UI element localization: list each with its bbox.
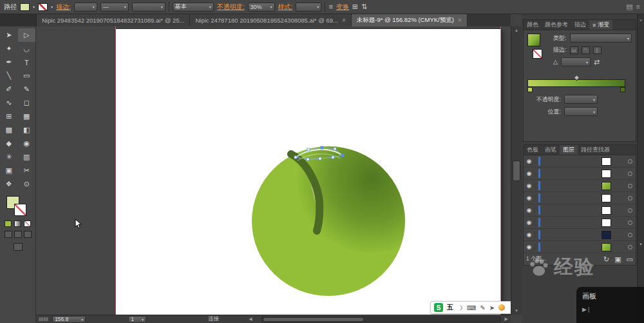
scroll-up-icon[interactable]: ▴ [511,28,522,33]
draw-behind-button[interactable] [14,231,22,238]
workspace-icon[interactable]: ▤ [626,3,632,10]
layer-thumbnail[interactable] [601,170,611,178]
stroke-link[interactable]: 描边: [56,3,71,12]
style-dropdown[interactable]: ▾ [296,3,321,12]
pointer-icon[interactable]: ➤ [489,304,495,311]
document-tab-3-active[interactable]: 未标题-9* @ 156.82% (CMYK/预览) × [352,14,468,26]
visibility-toggle[interactable]: ◉ [524,244,535,250]
target-circle-icon[interactable] [628,208,632,213]
eyedropper-tool[interactable]: ◆ [0,137,18,150]
tab-brushes[interactable]: 画笔 [542,145,560,155]
tab-color-guide[interactable]: 颜色参考 [542,20,571,30]
tab-pathfinder[interactable]: 路径查找器 [578,145,613,155]
align-icon[interactable]: ≡ [328,3,332,10]
toolbox-stroke-swatch[interactable] [14,204,26,216]
tab-swatches[interactable]: 色板 [524,145,542,155]
panel-menu-icon[interactable]: ≡ [636,3,640,10]
scroll-right-icon[interactable]: ▶ [505,317,508,322]
stroke-color-swatch[interactable] [38,3,48,11]
stroke-within-button[interactable]: ▭ [570,46,578,54]
type-tool[interactable]: T [18,55,36,69]
target-circle-icon[interactable] [628,184,632,188]
visibility-toggle[interactable]: ◉ [524,170,535,177]
target-circle-icon[interactable] [628,171,632,176]
gradient-stroke-swatch[interactable] [533,49,542,59]
stroke-along-button[interactable]: ◠ [582,46,590,54]
magic-wand-tool[interactable]: ✦ [0,42,18,55]
angle-dropdown[interactable]: ▾ [561,57,591,66]
stop-location-dropdown[interactable]: ▾ [564,107,598,116]
moon-icon[interactable]: ☽ [457,304,463,311]
none-button[interactable] [24,220,31,227]
symbol-sprayer-tool[interactable]: ✳ [0,150,18,164]
target-circle-icon[interactable] [628,196,632,201]
pen-icon[interactable]: ✎ [480,304,485,311]
close-tab-icon[interactable]: × [342,17,346,24]
visibility-toggle[interactable]: ◉ [524,219,535,226]
layer-thumbnail[interactable] [601,194,611,202]
layer-row[interactable]: ◉ [524,204,636,217]
gradient-button[interactable] [14,220,21,227]
layer-row[interactable]: ◉ [524,168,636,180]
perspective-grid-tool[interactable]: ▦ [18,110,36,123]
gradient-stop-right[interactable] [620,87,625,92]
ime-mode-toggle[interactable]: 五 [447,303,453,312]
collapse-panels-icon[interactable]: » [638,18,644,23]
scroll-down-icon[interactable]: ▾ [511,308,522,313]
basic-appearance-dropdown[interactable]: 基本▾ [173,3,214,12]
stroke-caret-icon[interactable]: ▾ [51,5,53,9]
vertical-scrollbar[interactable]: ▴ ▾ [511,26,522,315]
visibility-toggle[interactable]: ◉ [524,158,535,164]
layer-thumbnail[interactable] [601,243,611,251]
paintbrush-tool[interactable]: ✐ [0,83,18,96]
rectangle-tool[interactable]: ▭ [18,69,36,83]
draw-inside-button[interactable] [24,231,32,238]
pen-tool[interactable]: ✒ [0,55,18,69]
stroke-across-button[interactable]: ❘ [593,46,601,54]
column-graph-tool[interactable]: ▥ [18,150,36,164]
ime-skin-icon[interactable] [498,304,505,311]
fill-caret-icon[interactable]: ▾ [33,5,35,9]
visibility-toggle[interactable]: ◉ [524,195,535,201]
tab-gradient[interactable]: ≡ 渐变 [589,20,612,30]
brush-definition-dropdown[interactable]: ▾ [132,3,166,12]
visibility-toggle[interactable]: ◉ [524,207,535,213]
stop-opacity-dropdown[interactable]: ▾ [564,95,598,104]
horizontal-scrollbar[interactable] [261,317,501,322]
stroke-weight-dropdown[interactable]: ▾ [74,3,97,12]
ime-toolbar[interactable]: S 五 ☽ ⌨ ✎ ➤ [430,301,511,314]
delete-layer-icon[interactable]: ▭ [627,256,633,263]
layer-thumbnail[interactable] [601,219,611,227]
width-profile-dropdown[interactable]: —▾ [100,3,129,12]
free-transform-tool[interactable]: ◻ [18,96,36,110]
dock-scroll-down-icon[interactable]: ▾ [638,242,644,247]
mesh-tool[interactable]: ▩ [0,123,18,137]
shape-builder-tool[interactable]: ⊞ [0,110,18,123]
layer-row[interactable]: ◉ [524,241,636,253]
gradient-midpoint-handle[interactable] [574,75,580,81]
layer-row[interactable]: ◉ [524,155,636,168]
vertical-scroll-thumb[interactable] [513,161,520,181]
gradient-type-dropdown[interactable]: ▾ [570,34,632,43]
layer-thumbnail[interactable] [601,157,611,166]
document-tab-2[interactable]: Nipic 24787180 20190508195524308085.ai* … [190,14,351,26]
new-layer-icon[interactable]: ▣ [614,256,621,263]
layer-row[interactable]: ◉ [524,229,636,241]
color-button[interactable] [5,220,12,227]
gradient-fill-swatch[interactable] [527,34,540,46]
style-link[interactable]: 样式: [278,3,293,12]
hand-tool[interactable]: ❖ [0,177,18,191]
layer-thumbnail[interactable] [601,206,611,215]
zoom-dropdown[interactable]: 156.8▾ [52,316,86,323]
guide-line[interactable] [115,26,116,315]
zoom-tool[interactable]: ⊙ [18,177,36,191]
target-circle-icon[interactable] [628,245,632,250]
sogou-logo-icon[interactable]: S [434,303,443,312]
pages-icon[interactable]: ▤▤ [39,317,48,322]
layer-row[interactable]: ◉ [524,180,636,192]
dock-collapse-strip[interactable]: » ▾ [637,14,644,323]
width-tool[interactable]: ∿ [0,96,18,110]
tab-layers[interactable]: 图层 [560,145,578,155]
visibility-toggle[interactable]: ◉ [524,231,535,238]
artboard-tool[interactable]: ▣ [0,164,18,177]
